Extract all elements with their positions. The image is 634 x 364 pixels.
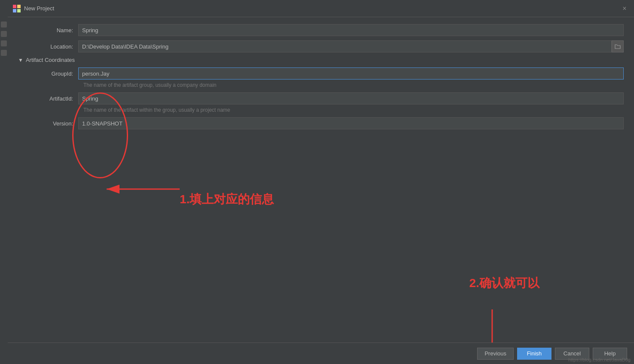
annotations: 1.填上对应的信息 2.确认就可以 bbox=[8, 17, 634, 343]
browse-folder-button[interactable] bbox=[612, 40, 624, 52]
location-label: Location: bbox=[18, 43, 78, 50]
version-input[interactable] bbox=[78, 117, 624, 129]
artifactid-help: The name of the artifact within the grou… bbox=[83, 107, 624, 113]
dialog-window: New Project × Name: Location: ▼ Artif bbox=[8, 0, 634, 364]
groupid-input[interactable] bbox=[78, 67, 624, 80]
svg-rect-2 bbox=[13, 9, 16, 12]
left-panel-item bbox=[1, 40, 7, 46]
section-title: Artifact Coordinates bbox=[26, 57, 75, 63]
title-bar: New Project × bbox=[8, 0, 634, 17]
annotation-arrow-1 bbox=[102, 180, 180, 198]
app-icon bbox=[13, 5, 21, 12]
section-toggle[interactable]: ▼ bbox=[18, 57, 23, 63]
groupid-row: GroupId: bbox=[18, 67, 624, 80]
artifactid-input[interactable] bbox=[78, 92, 624, 104]
annotation-oval bbox=[72, 92, 128, 178]
groupid-help: The name of the artifact group, usually … bbox=[83, 82, 624, 88]
annotation-arrow-2 bbox=[484, 309, 501, 343]
name-input[interactable] bbox=[78, 24, 624, 36]
dialog-content: Name: Location: ▼ Artifact Coordinates G… bbox=[8, 17, 634, 343]
svg-rect-1 bbox=[17, 5, 21, 8]
version-row: Version: bbox=[18, 117, 624, 129]
dialog-title: New Project bbox=[24, 5, 620, 12]
svg-rect-3 bbox=[17, 9, 21, 12]
annotation-text-2: 2.确认就可以 bbox=[469, 275, 539, 291]
left-panel-item bbox=[1, 50, 7, 56]
left-panel-item bbox=[1, 21, 7, 28]
name-label: Name: bbox=[18, 27, 78, 34]
annotation-text-1: 1.填上对应的信息 bbox=[180, 191, 274, 208]
svg-rect-0 bbox=[13, 5, 16, 8]
watermark: https://blog.csdn.net/JavaD0g bbox=[568, 357, 631, 362]
groupid-label: GroupId: bbox=[18, 70, 78, 77]
finish-button[interactable]: Finish bbox=[517, 348, 551, 360]
location-input-wrapper bbox=[78, 40, 624, 52]
left-panel bbox=[0, 0, 8, 364]
left-panel-item bbox=[1, 31, 7, 37]
name-row: Name: bbox=[18, 24, 624, 36]
location-input[interactable] bbox=[78, 40, 612, 52]
version-label: Version: bbox=[18, 120, 78, 127]
bottom-bar: Previous Finish Cancel Help bbox=[8, 343, 634, 364]
artifact-section-header: ▼ Artifact Coordinates bbox=[18, 57, 624, 63]
artifactid-label: ArtifactId: bbox=[18, 95, 78, 102]
close-button[interactable]: × bbox=[620, 4, 629, 13]
previous-button[interactable]: Previous bbox=[477, 348, 514, 360]
artifactid-row: ArtifactId: bbox=[18, 92, 624, 104]
location-row: Location: bbox=[18, 40, 624, 52]
